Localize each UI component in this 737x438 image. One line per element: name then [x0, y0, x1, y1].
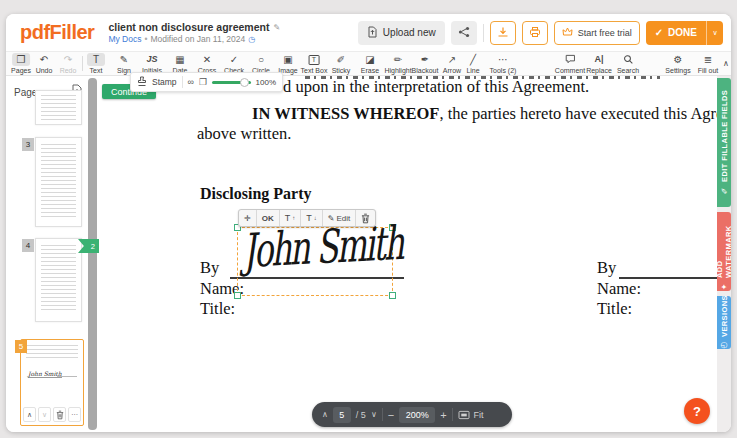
tab-versions[interactable]: ◷ VERSIONS	[717, 296, 731, 349]
check-tool-icon: ✓	[225, 53, 243, 66]
resize-handle-bottom-left[interactable]	[234, 292, 241, 299]
stamp-icon[interactable]	[137, 73, 147, 91]
header: pdfFiller client non disclosure agreemen…	[6, 14, 731, 52]
print-button[interactable]	[522, 21, 548, 45]
page-thumbnail-4[interactable]	[35, 238, 82, 322]
opacity-slider[interactable]	[212, 81, 250, 84]
fit-icon	[458, 406, 470, 424]
done-button[interactable]: ✓ DONE	[646, 21, 706, 45]
edit-fields-icon: ✎	[720, 186, 729, 195]
tool-text-box[interactable]: T Text Box	[301, 53, 328, 75]
upload-doc-icon	[367, 26, 378, 40]
text-tool-icon: T	[87, 53, 105, 66]
title-label-right: Title:	[597, 299, 632, 319]
tool-search[interactable]: Search	[617, 53, 639, 75]
move-page-down-button: ∨	[38, 407, 51, 422]
link-fields-icon[interactable]: ∞	[188, 77, 194, 87]
blackout-icon: ✒	[416, 53, 434, 66]
zoom-out-button[interactable]: −	[388, 409, 394, 421]
tool-blackout[interactable]: ✒ Blackout	[412, 53, 439, 75]
breadcrumb-separator: •	[144, 34, 147, 44]
text-tool-options-bar: Stamp ∞ ❐ 100%	[130, 72, 283, 92]
help-button[interactable]: ?	[684, 398, 710, 424]
upload-new-button[interactable]: Upload new	[358, 21, 445, 45]
version-history-icon[interactable]: ◷	[248, 35, 255, 44]
initials-icon: JS	[142, 53, 161, 66]
tool-comment[interactable]: Comment	[555, 53, 585, 75]
upload-new-label: Upload new	[383, 27, 436, 38]
eraser-icon: ◪	[361, 53, 379, 66]
previous-page-button[interactable]: ∧	[322, 410, 328, 419]
name-label-right: Name:	[597, 279, 641, 299]
signature-ok-button[interactable]: OK	[257, 210, 280, 226]
delete-page-button[interactable]	[53, 407, 66, 422]
current-page-input[interactable]: 5	[333, 407, 351, 423]
signature-delete-button[interactable]	[356, 210, 375, 226]
circle-icon: ○	[252, 53, 270, 66]
stamp-label[interactable]: Stamp	[152, 77, 177, 87]
download-button[interactable]	[490, 21, 516, 45]
page-thumbnail-2-partial[interactable]	[35, 90, 82, 125]
document-title-block: client non disclosure agreement ✎ My Doc…	[108, 21, 280, 44]
font-size-up-button[interactable]: T↑	[280, 210, 302, 226]
tool-erase[interactable]: ◪ Erase	[361, 53, 379, 75]
pencil-icon: ✎	[328, 214, 335, 223]
tab-edit-fillable-fields[interactable]: ✎ EDIT FILLABLE FIELDS	[717, 78, 731, 207]
tool-fill-out[interactable]: ≣ Fill out	[698, 53, 719, 75]
move-handle[interactable]: ✛	[239, 210, 257, 226]
tab-add-watermark[interactable]: ✦ ADD WATERMARK	[717, 212, 731, 291]
tool-arrow[interactable]: ↗ Arrow	[443, 53, 461, 75]
calendar-icon: ▦	[171, 53, 189, 66]
done-dropdown-button[interactable]: ∨	[706, 21, 723, 45]
rename-icon[interactable]: ✎	[273, 23, 280, 32]
tool-settings[interactable]: ⚙ Settings	[665, 53, 690, 75]
page-thumbnail-3[interactable]	[35, 137, 82, 227]
start-free-trial-button[interactable]: Start free trial	[554, 21, 640, 45]
header-divider	[483, 24, 484, 42]
breadcrumb-my-docs[interactable]: My Docs	[108, 34, 141, 44]
gear-icon: ⚙	[669, 53, 687, 66]
image-icon: ▣	[279, 53, 297, 66]
crown-icon	[562, 27, 573, 39]
zoom-level-input[interactable]: 200%	[399, 407, 435, 423]
pdffiller-logo[interactable]: pdfFiller	[20, 21, 94, 44]
page-more-options-button[interactable]: ⋯	[68, 407, 81, 422]
page-thumbnail-5-selected[interactable]: John Smith ∧ ∨ ⋯	[20, 339, 84, 426]
page-5-badge: 5	[15, 340, 27, 353]
toolbar-collapse-button[interactable]: ∧	[717, 57, 731, 70]
sidebar-scrollbar[interactable]	[88, 78, 97, 430]
total-pages-label: / 5	[356, 410, 366, 420]
app-window: pdfFiller client non disclosure agreemen…	[6, 14, 731, 432]
tool-undo[interactable]: ↶ Undo	[35, 53, 53, 75]
share-button[interactable]	[451, 21, 477, 45]
next-page-button[interactable]: ∨	[371, 410, 377, 419]
tool-sticky[interactable]: ✐ Sticky	[332, 53, 351, 75]
sign-icon: ✎	[115, 53, 133, 66]
page-5-controls: ∧ ∨ ⋯	[23, 406, 81, 423]
tool-pages[interactable]: ❐ Pages	[11, 53, 31, 75]
doc-text-line: d upon in the interpretation of this Agr…	[283, 77, 589, 97]
slider-knob[interactable]	[240, 78, 249, 87]
by-label-right: By	[597, 258, 616, 278]
tool-replace[interactable]: A| Replace	[586, 53, 612, 75]
fit-to-screen-button[interactable]: Fit	[458, 406, 484, 424]
tool-line[interactable]: ╱ Line	[464, 53, 482, 75]
resize-handle-bottom-right[interactable]	[389, 292, 396, 299]
tool-highlight[interactable]: ✏ Highlight	[384, 53, 411, 75]
font-size-down-button[interactable]: T↓	[301, 210, 323, 226]
zoom-in-button[interactable]: +	[440, 409, 446, 421]
document-canvas[interactable]: d upon in the interpretation of this Agr…	[97, 76, 717, 432]
signature-edit-button[interactable]: ✎Edit	[323, 210, 357, 226]
highlighter-icon: ✏	[389, 53, 407, 66]
tool-tools-more[interactable]: ⋯ Tools (2)	[490, 53, 517, 75]
modified-label: Modified on Jan 11, 2024	[150, 34, 245, 44]
versions-clock-icon: ◷	[720, 341, 729, 350]
copy-icon[interactable]: ❐	[199, 77, 207, 87]
replace-text-icon: A|	[590, 53, 608, 66]
page-4-badge: 4	[22, 239, 34, 252]
move-page-up-button[interactable]: ∧	[23, 407, 36, 422]
cross-icon: ✕	[198, 53, 216, 66]
fill-out-icon: ≣	[699, 53, 717, 66]
document-title: client non disclosure agreement	[108, 21, 269, 33]
tool-text[interactable]: T Text	[87, 53, 105, 75]
